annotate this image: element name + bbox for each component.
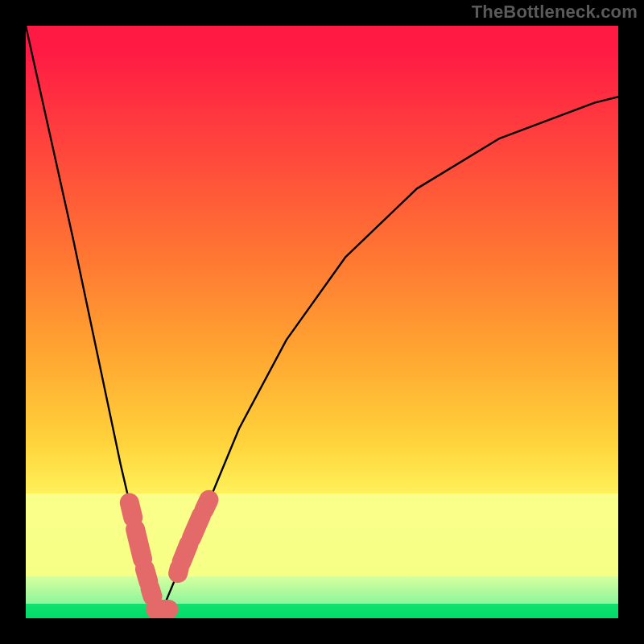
marker-capsule-8	[204, 500, 209, 510]
marker-capsule-0	[130, 502, 133, 517]
plot-area	[26, 26, 618, 618]
chart-frame: TheBottleneck.com	[0, 0, 644, 644]
marker-capsule-7	[192, 516, 201, 538]
marker-group	[130, 500, 209, 609]
marker-layer	[26, 26, 618, 618]
marker-capsule-3	[151, 588, 153, 597]
attribution-text: TheBottleneck.com	[472, 2, 638, 23]
marker-capsule-6	[182, 544, 189, 562]
marker-capsule-1	[135, 530, 142, 559]
